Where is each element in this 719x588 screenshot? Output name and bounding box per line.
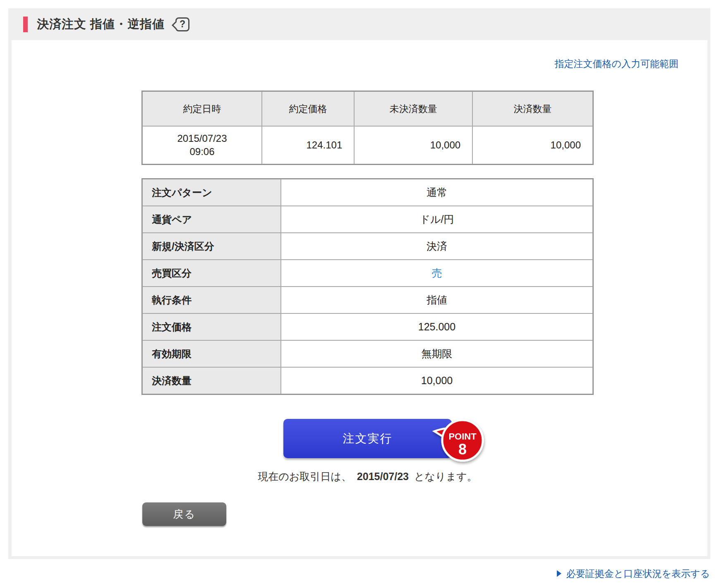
exec-price-cell: 124.101 xyxy=(262,126,354,164)
back-button[interactable]: 戻る xyxy=(142,502,226,526)
order-field-label: 注文パターン xyxy=(142,179,281,206)
exec-time: 09:06 xyxy=(143,145,261,158)
badge-text-point: POINT xyxy=(448,431,477,442)
order-field-label: 決済数量 xyxy=(142,367,281,394)
table-row: 注文価格 125.000 xyxy=(142,313,593,340)
price-range-link-row: 指定注文価格の入力可能範囲 xyxy=(12,57,678,70)
order-field-value: ドル/円 xyxy=(281,206,593,233)
order-field-value: 10,000 xyxy=(281,367,593,394)
open-qty-cell: 10,000 xyxy=(354,126,472,164)
order-field-label: 執行条件 xyxy=(142,287,281,313)
table-row: 売買区分 売 xyxy=(142,260,593,287)
position-table: 約定日時 約定価格 未決済数量 決済数量 2015/07/23 09:06 12… xyxy=(141,91,594,165)
table-row: 決済数量 10,000 xyxy=(142,367,593,394)
page-title: 決済注文 指値・逆指値 xyxy=(37,16,165,33)
table-row: 通貨ペア ドル/円 xyxy=(142,206,593,233)
order-field-label: 通貨ペア xyxy=(142,206,281,233)
exec-datetime-cell: 2015/07/23 09:06 xyxy=(142,126,262,164)
order-field-value: 通常 xyxy=(281,179,593,206)
trade-date-value: 2015/07/23 xyxy=(355,471,411,482)
order-field-value: 売 xyxy=(281,260,593,287)
order-field-label: 注文価格 xyxy=(142,313,281,340)
exec-date: 2015/07/23 xyxy=(143,132,261,145)
badge-text-number: 8 xyxy=(458,441,467,458)
order-field-label: 新規/決済区分 xyxy=(142,233,281,260)
title-accent-bar xyxy=(23,17,28,32)
close-qty-cell: 10,000 xyxy=(472,126,593,164)
header-close-qty: 決済数量 xyxy=(472,91,593,126)
arrow-right-icon xyxy=(557,570,561,577)
trade-date-note: 現在のお取引日は、 2015/07/23 となります。 xyxy=(141,470,594,483)
trade-date-suffix: となります。 xyxy=(414,471,477,482)
content-area: 指定注文価格の入力可能範囲 約定日時 約定価格 未決済数量 決済数量 2015/… xyxy=(12,40,707,556)
position-table-data-row: 2015/07/23 09:06 124.101 10,000 10,000 xyxy=(142,126,593,164)
help-icon[interactable]: ? xyxy=(175,17,189,31)
panel-header: 決済注文 指値・逆指値 ? xyxy=(8,8,710,40)
table-row: 注文パターン 通常 xyxy=(142,179,593,206)
order-field-value: 無期限 xyxy=(281,340,593,367)
table-row: 執行条件 指値 xyxy=(142,287,593,313)
price-range-link[interactable]: 指定注文価格の入力可能範囲 xyxy=(554,58,678,69)
table-row: 新規/決済区分 決済 xyxy=(142,233,593,260)
header-exec-datetime: 約定日時 xyxy=(142,91,262,126)
submit-order-button[interactable]: 注文実行 xyxy=(283,419,452,458)
margin-status-link[interactable]: 必要証拠金と口座状況を表示する xyxy=(566,568,710,579)
order-field-label: 売買区分 xyxy=(142,260,281,287)
position-table-header-row: 約定日時 約定価格 未決済数量 決済数量 xyxy=(142,91,593,126)
order-field-value: 125.000 xyxy=(281,313,593,340)
order-field-label: 有効期限 xyxy=(142,340,281,367)
order-confirm-panel: 決済注文 指値・逆指値 ? 指定注文価格の入力可能範囲 約定日時 約定価格 未決… xyxy=(8,8,710,559)
action-strip: 注文実行 POINT 8 現在のお取引日は、 2015/07/23 となります。 xyxy=(141,419,594,483)
order-field-value: 指値 xyxy=(281,287,593,313)
order-detail-table: 注文パターン 通常 通貨ペア ドル/円 新規/決済区分 決済 売買区分 売 執行… xyxy=(141,178,594,395)
order-field-value: 決済 xyxy=(281,233,593,260)
header-exec-price: 約定価格 xyxy=(262,91,354,126)
margin-status-link-row: 必要証拠金と口座状況を表示する xyxy=(557,567,710,580)
header-open-qty: 未決済数量 xyxy=(354,91,472,126)
trade-date-prefix: 現在のお取引日は、 xyxy=(258,471,352,482)
table-row: 有効期限 無期限 xyxy=(142,340,593,367)
